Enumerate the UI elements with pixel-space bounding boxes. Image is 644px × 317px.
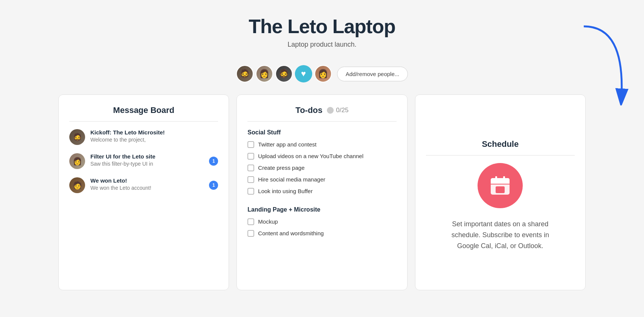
todo-item-3[interactable]: Create press page [247, 164, 396, 172]
todo-text-2: Upload videos on a new YouTube channel [258, 152, 363, 160]
msg-badge-3: 1 [209, 181, 218, 190]
message-board-title: Message Board [69, 105, 218, 115]
todos-header: To-dos 0/25 [247, 105, 396, 115]
schedule-card: Schedule Set important dates on [415, 94, 586, 290]
avatar-heart[interactable]: ♥ [295, 65, 312, 82]
avatar-4[interactable]: 👩 [314, 65, 332, 82]
schedule-divider [426, 155, 575, 155]
svg-rect-3 [491, 181, 510, 184]
todo-item-2[interactable]: Upload videos on a new YouTube channel [247, 152, 396, 160]
avatar-3[interactable]: 🧔 [275, 65, 293, 82]
add-people-button[interactable]: Add/remove people... [337, 67, 408, 81]
todo-text-1: Twitter app and contest [258, 140, 316, 148]
todo-group-title-social: Social Stuff [247, 129, 396, 136]
msg-preview-3: We won the Leto account! [90, 185, 204, 191]
msg-avatar-2: 👩 [69, 153, 85, 169]
msg-content-3: We won Leto! We won the Leto account! [90, 177, 204, 191]
msg-badge-2: 1 [209, 157, 218, 166]
todo-checkbox-6[interactable] [247, 218, 254, 225]
todos-divider [247, 121, 396, 122]
todo-text-7: Content and wordsmithing [258, 229, 324, 237]
svg-rect-4 [495, 176, 497, 181]
page-header: The Leto Laptop Laptop product launch. [249, 15, 395, 56]
msg-title-3: We won Leto! [90, 177, 204, 184]
msg-title-1: Kickoff: The Leto Microsite! [90, 129, 218, 136]
todo-item-7[interactable]: Content and wordsmithing [247, 229, 396, 237]
todo-item-6[interactable]: Mockup [247, 218, 396, 226]
todo-item-1[interactable]: Twitter app and contest [247, 140, 396, 148]
msg-content-1: Kickoff: The Leto Microsite! Welcome to … [90, 129, 218, 143]
msg-avatar-1: 🧔 [69, 129, 85, 145]
avatar-1[interactable]: 🧔 [236, 65, 253, 82]
svg-rect-5 [503, 176, 505, 181]
msg-preview-1: Welcome to the project, [90, 137, 218, 143]
message-item-2[interactable]: 👩 Filter UI for the Leto site Saw this f… [69, 153, 218, 169]
msg-content-2: Filter UI for the Leto site Saw this fil… [90, 153, 204, 167]
message-board-divider [69, 121, 218, 122]
page-subtitle: Laptop product launch. [249, 41, 395, 49]
message-item-1[interactable]: 🧔 Kickoff: The Leto Microsite! Welcome t… [69, 129, 218, 145]
todo-text-5: Look into using Buffer [258, 187, 313, 195]
columns: Message Board 🧔 Kickoff: The Leto Micros… [58, 94, 586, 290]
schedule-icon-wrap [478, 163, 523, 208]
arrow-container [572, 23, 633, 105]
message-item-3[interactable]: 🧑 We won Leto! We won the Leto account! … [69, 177, 218, 193]
page-container: The Leto Laptop Laptop product launch. 🧔… [0, 0, 644, 317]
todo-item-4[interactable]: Hire social media manager [247, 175, 396, 183]
todos-count: 0/25 [327, 107, 348, 114]
page-title: The Leto Laptop [249, 15, 395, 38]
todo-item-5[interactable]: Look into using Buffer [247, 187, 396, 195]
msg-avatar-3: 🧑 [69, 177, 85, 193]
todo-text-3: Create press page [258, 164, 304, 172]
schedule-title: Schedule [482, 139, 519, 149]
msg-title-2: Filter UI for the Leto site [90, 153, 204, 160]
todos-count-label: 0/25 [336, 107, 348, 114]
todos-card: To-dos 0/25 Social Stuff Twitter app and… [237, 94, 407, 290]
todos-title: To-dos [296, 105, 323, 115]
schedule-description: Set important dates on a shared schedule… [447, 219, 553, 251]
todo-checkbox-7[interactable] [247, 230, 254, 237]
avatar-2[interactable]: 👩 [256, 65, 273, 82]
people-row: 🧔 👩 🧔 ♥ 👩 Add/remove people... [236, 65, 408, 82]
todo-group-title-landing: Landing Page + Microsite [247, 206, 396, 213]
todo-checkbox-4[interactable] [247, 176, 254, 183]
todos-dot [327, 107, 334, 114]
message-board-card: Message Board 🧔 Kickoff: The Leto Micros… [58, 94, 229, 290]
todo-checkbox-1[interactable] [247, 141, 254, 148]
calendar-icon [489, 174, 511, 197]
svg-rect-6 [496, 186, 505, 193]
todo-checkbox-3[interactable] [247, 165, 254, 171]
todo-text-6: Mockup [258, 218, 278, 226]
todo-checkbox-5[interactable] [247, 188, 254, 195]
todo-checkbox-2[interactable] [247, 153, 254, 160]
msg-preview-2: Saw this filter-by-type UI in [90, 161, 204, 167]
todo-text-4: Hire social media manager [258, 175, 325, 183]
